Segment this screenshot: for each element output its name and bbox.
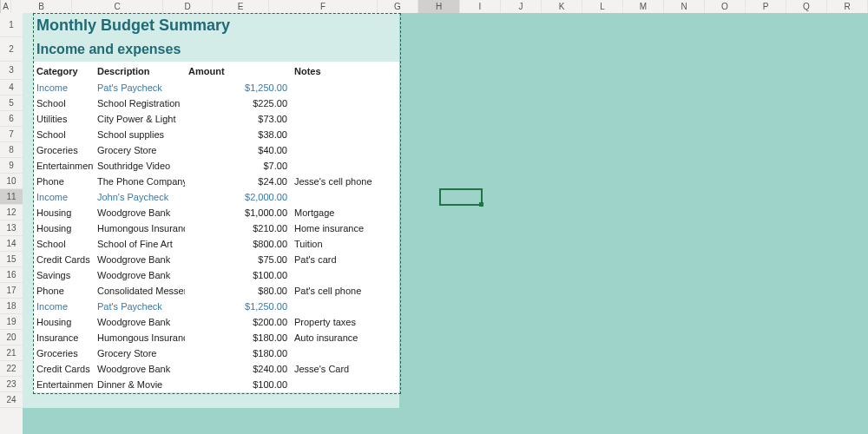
cell-amount[interactable]: $100.00 (185, 267, 291, 283)
cell-notes[interactable]: Jesse's Card (291, 361, 399, 377)
cell-description[interactable]: Pat's Paycheck (94, 299, 185, 314)
cell-A12[interactable] (23, 205, 33, 220)
cell-A4[interactable] (23, 80, 33, 95)
cell-empty[interactable] (33, 392, 399, 408)
cell-A6[interactable] (23, 111, 33, 127)
cell-amount[interactable]: $210.00 (185, 220, 291, 236)
cell-amount[interactable]: $1,000.00 (185, 205, 291, 220)
column-header-I[interactable]: I (460, 0, 501, 13)
header-amount[interactable]: Amount (185, 62, 234, 80)
cell-notes[interactable] (291, 189, 399, 205)
cell-description[interactable]: Humongous Insurance (94, 330, 185, 345)
cell-description[interactable]: Woodgrove Bank (94, 205, 185, 220)
cell-description[interactable]: City Power & Light (94, 111, 185, 127)
cell-notes[interactable] (291, 95, 399, 111)
column-header-B[interactable]: B (11, 0, 72, 13)
cell-description[interactable]: School supplies (94, 127, 185, 142)
cell-E3[interactable] (234, 62, 291, 80)
cell-A3[interactable] (23, 62, 33, 80)
cell-description[interactable]: School Registration (94, 95, 185, 111)
row-header-14[interactable]: 14 (0, 236, 23, 252)
header-category[interactable]: Category (33, 62, 94, 80)
cell-category[interactable]: Entertainment (33, 377, 94, 392)
cell-amount[interactable]: $73.00 (185, 111, 291, 127)
cell-notes[interactable]: Tuition (291, 236, 399, 252)
cell-notes[interactable] (291, 142, 399, 158)
cell-A2[interactable] (23, 37, 33, 62)
cell-description[interactable]: Woodgrove Bank (94, 361, 185, 377)
cell-amount[interactable]: $38.00 (185, 127, 291, 142)
row-header-5[interactable]: 5 (0, 95, 23, 111)
cell-A9[interactable] (23, 158, 33, 174)
cell-amount[interactable]: $180.00 (185, 345, 291, 361)
cell-category[interactable]: School (33, 95, 94, 111)
cell-A17[interactable] (23, 283, 33, 299)
row-header-23[interactable]: 23 (0, 377, 23, 392)
cell-notes[interactable] (291, 111, 399, 127)
cell-A10[interactable] (23, 174, 33, 189)
cell-description[interactable]: Pat's Paycheck (94, 80, 185, 95)
cell-category[interactable]: Income (33, 80, 94, 95)
cell-category[interactable]: Groceries (33, 142, 94, 158)
column-header-J[interactable]: J (501, 0, 542, 13)
cell-description[interactable]: The Phone Company (94, 174, 185, 189)
cell-category[interactable]: Housing (33, 205, 94, 220)
column-header-N[interactable]: N (664, 0, 705, 13)
cell-amount[interactable]: $2,000.00 (185, 189, 291, 205)
column-header-P[interactable]: P (746, 0, 786, 13)
column-header-M[interactable]: M (623, 0, 664, 13)
cell-A8[interactable] (23, 142, 33, 158)
column-header-A[interactable]: A (1, 0, 11, 13)
cell-amount[interactable]: $7.00 (185, 158, 291, 174)
cell-description[interactable]: Southridge Video (94, 158, 185, 174)
cell-description[interactable]: School of Fine Art (94, 236, 185, 252)
cell-notes[interactable]: Auto insurance (291, 330, 399, 345)
cell-notes[interactable] (291, 345, 399, 361)
row-header-8[interactable]: 8 (0, 142, 23, 158)
cell-amount[interactable]: $180.00 (185, 330, 291, 345)
cell-notes[interactable] (291, 377, 399, 392)
row-header-21[interactable]: 21 (0, 345, 23, 361)
row-header-3[interactable]: 3 (0, 62, 23, 80)
cell-category[interactable]: Entertainment (33, 158, 94, 174)
column-header-L[interactable]: L (582, 0, 623, 13)
row-header-19[interactable]: 19 (0, 314, 23, 330)
cell-description[interactable]: Dinner & Movie (94, 377, 185, 392)
cell-grid[interactable]: Monthly Budget SummaryIncome and expense… (23, 13, 868, 434)
page-title[interactable]: Monthly Budget Summary (33, 13, 399, 37)
cell-A16[interactable] (23, 267, 33, 283)
cell-amount[interactable]: $225.00 (185, 95, 291, 111)
cell-category[interactable]: School (33, 127, 94, 142)
cell-A13[interactable] (23, 220, 33, 236)
cell-notes[interactable]: Property taxes (291, 314, 399, 330)
row-header-24[interactable]: 24 (0, 392, 23, 408)
cell-description[interactable]: Humongous Insurance (94, 220, 185, 236)
cell-category[interactable]: Housing (33, 314, 94, 330)
cell-A11[interactable] (23, 189, 33, 205)
row-header-17[interactable]: 17 (0, 283, 23, 299)
row-header-1[interactable]: 1 (0, 13, 23, 37)
cell-A20[interactable] (23, 330, 33, 345)
row-header-22[interactable]: 22 (0, 361, 23, 377)
cell-notes[interactable]: Mortgage (291, 205, 399, 220)
row-header-6[interactable]: 6 (0, 111, 23, 127)
cell-A23[interactable] (23, 377, 33, 392)
cell-amount[interactable]: $1,250.00 (185, 80, 291, 95)
row-header-7[interactable]: 7 (0, 127, 23, 142)
cell-description[interactable]: John's Paycheck (94, 189, 185, 205)
cell-A5[interactable] (23, 95, 33, 111)
cell-category[interactable]: Utilities (33, 111, 94, 127)
cell-A7[interactable] (23, 127, 33, 142)
cell-notes[interactable]: Home insurance (291, 220, 399, 236)
cell-notes[interactable]: Jesse's cell phone (291, 174, 399, 189)
cell-category[interactable]: Income (33, 299, 94, 314)
cell-category[interactable]: Phone (33, 283, 94, 299)
row-header-16[interactable]: 16 (0, 267, 23, 283)
cell-description[interactable]: Consolidated Messenger (94, 283, 185, 299)
cell-A1[interactable] (23, 13, 33, 37)
row-header-18[interactable]: 18 (0, 299, 23, 314)
cell-amount[interactable]: $80.00 (185, 283, 291, 299)
row-header-4[interactable]: 4 (0, 80, 23, 95)
page-subtitle[interactable]: Income and expenses (33, 37, 399, 62)
row-header-9[interactable]: 9 (0, 158, 23, 174)
